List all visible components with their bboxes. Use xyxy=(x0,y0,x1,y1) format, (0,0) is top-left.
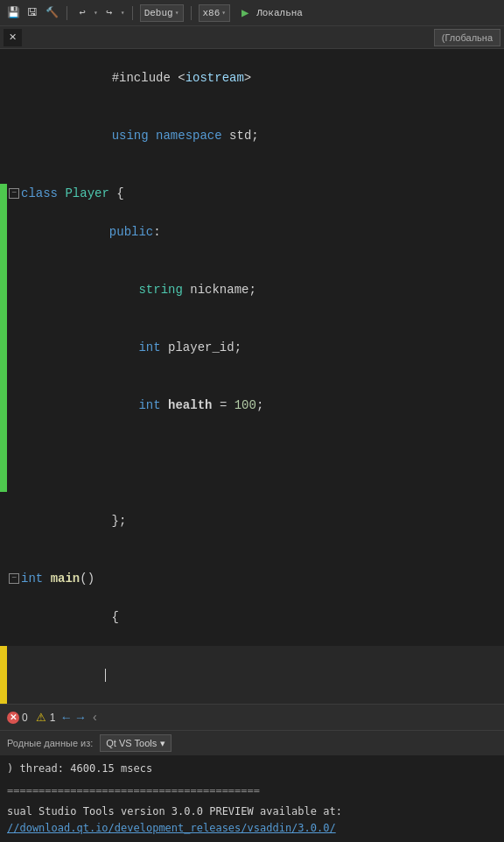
code-line: int player_id; xyxy=(0,319,504,376)
error-icon: ✕ xyxy=(7,712,19,724)
code-content: using namespace std; xyxy=(7,107,504,165)
toolbar-separator-1 xyxy=(66,6,67,20)
main-line: − int main () xyxy=(0,569,504,588)
output-link[interactable]: //download.qt.io/development_releases/vs… xyxy=(7,822,336,834)
code-content: { xyxy=(7,588,504,646)
run-button[interactable]: ▶ xyxy=(237,5,253,21)
undo-icon[interactable]: ↩ xyxy=(74,5,90,21)
output-source-value: Qt VS Tools xyxy=(106,738,157,748)
code-content[interactable] xyxy=(7,646,504,704)
class-line: − class Player { xyxy=(0,184,504,203)
line-indicator xyxy=(0,588,7,646)
line-indicator xyxy=(0,107,7,165)
code-area[interactable]: #include <iostream> using namespace std; xyxy=(0,49,504,704)
save-all-icon[interactable]: 🖫 xyxy=(24,5,40,21)
line-indicator-yellow xyxy=(0,646,7,704)
output-link-line: //download.qt.io/development_releases/vs… xyxy=(7,820,497,837)
warn-count: 1 xyxy=(50,712,56,724)
code-line: int health = 100; xyxy=(0,376,504,434)
platform-dropdown[interactable]: x86 ▾ xyxy=(199,4,231,22)
code-line xyxy=(0,434,504,453)
collapse-class-button[interactable]: − xyxy=(9,188,19,199)
line-indicator xyxy=(0,49,7,107)
code-line xyxy=(0,453,504,473)
tab-bar: ✕ (Глобальна xyxy=(0,26,504,49)
code-line: public: xyxy=(0,203,504,261)
toolbar-separator-2 xyxy=(132,6,133,20)
nav-back-button[interactable]: ← xyxy=(62,711,69,725)
toolbar: 💾 🖫 🔨 ↩ ▾ ↪ ▾ Debug ▾ x86 ▾ ▶ Локальна xyxy=(0,0,504,26)
output-line-2: sual Studio Tools version 3.0.0 PREVIEW … xyxy=(7,803,497,820)
line-indicator-green xyxy=(0,319,7,376)
code-line: { xyxy=(0,588,504,646)
output-text-area: ) thread: 4600.15 msecs ================… xyxy=(0,755,504,842)
line-indicator-green xyxy=(0,453,7,473)
close-tab-button[interactable]: ✕ xyxy=(4,29,22,46)
text-cursor xyxy=(105,669,106,682)
code-content: public: xyxy=(7,203,504,261)
error-badge[interactable]: ✕ 0 xyxy=(7,712,28,724)
output-source-label: Родные данные из: xyxy=(7,738,93,748)
save-icon[interactable]: 💾 xyxy=(5,5,21,21)
code-content xyxy=(7,453,504,473)
line-indicator-green xyxy=(0,203,7,261)
warning-badge[interactable]: ⚠ 1 xyxy=(35,712,56,724)
code-line xyxy=(0,550,504,569)
line-indicator-green xyxy=(0,376,7,434)
build-icon[interactable]: 🔨 xyxy=(44,5,60,21)
code-content: − int main () xyxy=(7,569,504,588)
error-count: 0 xyxy=(22,712,28,724)
warn-icon: ⚠ xyxy=(35,712,47,724)
more-button[interactable]: ‹ xyxy=(91,711,98,725)
line-indicator xyxy=(0,165,7,184)
output-separator: ======================================== xyxy=(7,784,260,796)
code-content xyxy=(7,165,504,184)
line-indicator xyxy=(0,550,7,569)
code-content xyxy=(7,473,504,492)
line-indicator-green xyxy=(0,184,7,203)
code-line: #include <iostream> xyxy=(0,49,504,107)
code-content: #include <iostream> xyxy=(7,49,504,107)
scope-dropdown[interactable]: (Глобальна xyxy=(434,29,500,46)
code-line: using namespace std; xyxy=(0,107,504,165)
status-bar: ✕ 0 ⚠ 1 ← → ‹ xyxy=(0,704,504,730)
config-dropdown[interactable]: Debug ▾ xyxy=(140,4,184,22)
code-content: int health = 100; xyxy=(7,376,504,434)
code-content: − class Player { xyxy=(7,184,504,203)
code-line xyxy=(0,473,504,492)
output-header: Родные данные из: Qt VS Tools ▾ xyxy=(0,731,504,755)
code-content: string nickname; xyxy=(7,261,504,319)
code-line: string nickname; xyxy=(0,261,504,319)
line-indicator xyxy=(0,492,7,550)
output-panel: Родные данные из: Qt VS Tools ▾ ) thread… xyxy=(0,730,504,842)
nav-forward-button[interactable]: → xyxy=(77,711,84,725)
toolbar-separator-3 xyxy=(191,6,192,20)
collapse-main-button[interactable]: − xyxy=(9,573,19,584)
code-line: }; xyxy=(0,492,504,550)
main-content: #include <iostream> using namespace std; xyxy=(0,49,504,842)
code-content xyxy=(7,550,504,569)
line-indicator xyxy=(0,569,7,588)
line-indicator-green xyxy=(0,434,7,453)
redo-icon[interactable]: ↪ xyxy=(102,5,117,21)
line-indicator-green xyxy=(0,261,7,319)
tab-right: (Глобальна xyxy=(434,29,500,46)
local-label: Локальна xyxy=(256,8,303,18)
line-indicator-green xyxy=(0,473,7,492)
code-editor[interactable]: #include <iostream> using namespace std; xyxy=(0,49,504,704)
code-content: }; xyxy=(7,492,504,550)
output-source-dropdown[interactable]: Qt VS Tools ▾ xyxy=(100,734,172,752)
code-content: int player_id; xyxy=(7,319,504,376)
output-line-1: ) thread: 4600.15 msecs xyxy=(7,761,497,777)
cursor-code-line[interactable] xyxy=(0,646,504,704)
code-line xyxy=(0,165,504,184)
code-content xyxy=(7,434,504,453)
